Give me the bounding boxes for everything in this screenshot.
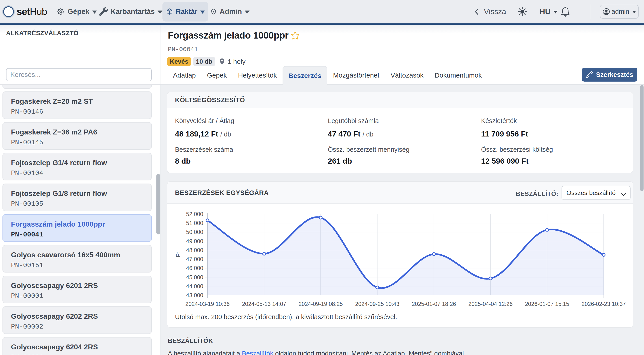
svg-text:45 000: 45 000 [186, 274, 203, 280]
svg-text:52 000: 52 000 [186, 211, 203, 217]
svg-text:50 000: 50 000 [186, 229, 203, 235]
svg-text:51 000: 51 000 [186, 220, 203, 226]
svg-text:2025-04-04 12:26: 2025-04-04 12:26 [468, 301, 512, 307]
svg-text:Ft: Ft [175, 252, 181, 257]
svg-text:2024-03-19 10:36: 2024-03-19 10:36 [185, 301, 230, 307]
svg-text:2024-09-25 10:43: 2024-09-25 10:43 [355, 301, 399, 307]
svg-text:48 000: 48 000 [186, 247, 203, 253]
svg-text:2026-01-07 15:15: 2026-01-07 15:15 [525, 301, 569, 307]
svg-text:44 000: 44 000 [186, 283, 203, 289]
svg-text:47 000: 47 000 [186, 256, 203, 262]
svg-text:2024-05-13 14:07: 2024-05-13 14:07 [242, 301, 286, 307]
svg-text:46 000: 46 000 [186, 265, 203, 271]
svg-text:43 000: 43 000 [186, 292, 203, 298]
svg-text:2025-01-07 18:26: 2025-01-07 18:26 [412, 301, 456, 307]
svg-text:2026-02-23 10:37: 2026-02-23 10:37 [582, 301, 626, 307]
svg-text:49 000: 49 000 [186, 238, 203, 244]
svg-text:2024-09-19 08:25: 2024-09-19 08:25 [298, 301, 342, 307]
